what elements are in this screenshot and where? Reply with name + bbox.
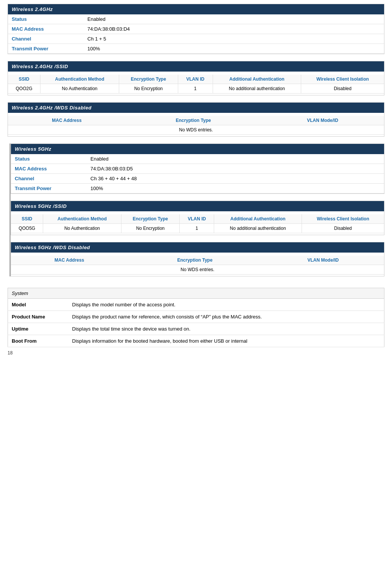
table-row: Transmit Power100%	[8, 44, 384, 54]
table-row: Boot FromDisplays information for the bo…	[8, 335, 384, 347]
row-label: Status	[11, 154, 87, 164]
table-row: QOO2GNo AuthenticationNo Encryption1No a…	[8, 84, 384, 94]
table-row: QOO5GNo AuthenticationNo Encryption1No a…	[11, 224, 384, 233]
wireless-24ghz-wds-table: MAC AddressEncryption TypeVLAN Mode/ID N…	[8, 116, 384, 135]
wireless-24ghz-ssid-section: Wireless 2.4GHz /SSID SSIDAuthentication…	[8, 61, 384, 95]
table-row: MAC Address74:DA:38:0B:03:D5	[11, 164, 384, 174]
row-value: 100%	[87, 184, 384, 193]
row-value: 74:DA:38:0B:03:D4	[84, 24, 384, 34]
system-label: Uptime	[8, 323, 68, 335]
system-table: System ModelDisplays the model number of…	[8, 288, 384, 347]
wireless-24ghz-ssid-header: Wireless 2.4GHz /SSID	[8, 61, 384, 72]
table-cell: Disabled	[302, 224, 384, 233]
row-label: Status	[8, 14, 84, 24]
row-label: Channel	[11, 174, 87, 184]
wireless-5ghz-table: StatusEnabledMAC Address74:DA:38:0B:03:D…	[11, 154, 384, 193]
table-cell: No Encryption	[121, 224, 179, 233]
system-label: Model	[8, 299, 68, 311]
system-value: Displays information for the booted hard…	[68, 335, 384, 347]
table-cell: 1	[178, 84, 213, 94]
column-header: MAC Address	[11, 256, 128, 265]
column-header: VLAN Mode/ID	[262, 256, 384, 265]
wireless-5ghz-ssid-section: Wireless 5GHz /SSID SSIDAuthentication M…	[11, 201, 384, 235]
wireless-24ghz-wds-section: Wireless 2.4GHz /WDS Disabled MAC Addres…	[8, 102, 384, 137]
table-cell: No additional authentication	[213, 84, 301, 94]
table-row: UptimeDisplays the total time since the …	[8, 323, 384, 335]
wireless-5ghz-group: Wireless 5GHz StatusEnabledMAC Address74…	[9, 144, 384, 276]
table-row: Transmit Power100%	[11, 184, 384, 193]
column-header: Encryption Type	[119, 75, 178, 84]
row-label: MAC Address	[8, 24, 84, 34]
table-cell: No Encryption	[119, 84, 178, 94]
row-label: Transmit Power	[8, 44, 84, 54]
system-table-header: System	[8, 288, 384, 299]
row-label: Transmit Power	[11, 184, 87, 193]
table-row: No WDS entries.	[11, 265, 384, 275]
column-header: Encryption Type	[126, 116, 261, 125]
column-header: Additional Authentication	[214, 214, 302, 224]
row-label: Channel	[8, 34, 84, 44]
table-row: StatusEnabled	[8, 14, 384, 24]
wireless-24ghz-table: StatusEnabledMAC Address74:DA:38:0B:03:D…	[8, 14, 384, 54]
row-value: Ch 36 + 40 + 44 + 48	[87, 174, 384, 184]
table-cell: No additional authentication	[214, 224, 302, 233]
table-cell: Disabled	[301, 84, 384, 94]
column-header: Authentication Method	[43, 214, 121, 224]
wireless-5ghz-ssid-table: SSIDAuthentication MethodEncryption Type…	[11, 214, 384, 233]
table-cell: QOO2G	[8, 84, 40, 94]
column-header: Encryption Type	[128, 256, 262, 265]
system-value: Displays the total time since the device…	[68, 323, 384, 335]
wireless-5ghz-wds-table: MAC AddressEncryption TypeVLAN Mode/ID N…	[11, 256, 384, 275]
row-value: Enabled	[87, 154, 384, 164]
page-number: 18	[8, 350, 384, 356]
table-cell: QOO5G	[11, 224, 43, 233]
wireless-24ghz-ssid-table: SSIDAuthentication MethodEncryption Type…	[8, 75, 384, 94]
table-cell: 1	[180, 224, 214, 233]
column-header: Additional Authentication	[213, 75, 301, 84]
table-cell: No Authentication	[40, 84, 119, 94]
column-header: VLAN ID	[178, 75, 213, 84]
column-header: Wireless Client Isolation	[301, 75, 384, 84]
table-cell: No Authentication	[43, 224, 121, 233]
wireless-24ghz-wds-header: Wireless 2.4GHz /WDS Disabled	[8, 103, 384, 113]
table-row: ChannelCh 1 + 5	[8, 34, 384, 44]
table-row: Product NameDisplays the product name fo…	[8, 311, 384, 323]
wireless-5ghz-section: Wireless 5GHz StatusEnabledMAC Address74…	[11, 144, 384, 194]
wireless-5ghz-wds-section: Wireless 5GHz /WDS Disabled MAC AddressE…	[11, 242, 384, 276]
column-header: Wireless Client Isolation	[302, 214, 384, 224]
table-row: ModelDisplays the model number of the ac…	[8, 299, 384, 311]
row-value: Enabled	[84, 14, 384, 24]
table-row: StatusEnabled	[11, 154, 384, 164]
row-value: 74:DA:38:0B:03:D5	[87, 164, 384, 174]
row-value: Ch 1 + 5	[84, 34, 384, 44]
system-label: Product Name	[8, 311, 68, 323]
column-header: Encryption Type	[121, 214, 179, 224]
wireless-24ghz-section: Wireless 2.4GHz StatusEnabledMAC Address…	[8, 4, 384, 54]
empty-message: No WDS entries.	[8, 125, 384, 135]
table-row: MAC Address74:DA:38:0B:03:D4	[8, 24, 384, 34]
wireless-24ghz-header: Wireless 2.4GHz	[8, 4, 384, 14]
column-header: VLAN Mode/ID	[261, 116, 384, 125]
system-label: Boot From	[8, 335, 68, 347]
table-row: No WDS entries.	[8, 125, 384, 135]
wireless-5ghz-ssid-header: Wireless 5GHz /SSID	[11, 201, 384, 211]
wireless-5ghz-header: Wireless 5GHz	[11, 144, 384, 154]
column-header: Authentication Method	[40, 75, 119, 84]
system-value: Displays the model number of the access …	[68, 299, 384, 311]
column-header: SSID	[11, 214, 43, 224]
row-label: MAC Address	[11, 164, 87, 174]
wireless-5ghz-wds-header: Wireless 5GHz /WDS Disabled	[11, 242, 384, 253]
system-value: Displays the product name for reference,…	[68, 311, 384, 323]
column-header: SSID	[8, 75, 40, 84]
table-row: ChannelCh 36 + 40 + 44 + 48	[11, 174, 384, 184]
column-header: VLAN ID	[180, 214, 214, 224]
row-value: 100%	[84, 44, 384, 54]
empty-message: No WDS entries.	[11, 265, 384, 275]
column-header: MAC Address	[8, 116, 126, 125]
